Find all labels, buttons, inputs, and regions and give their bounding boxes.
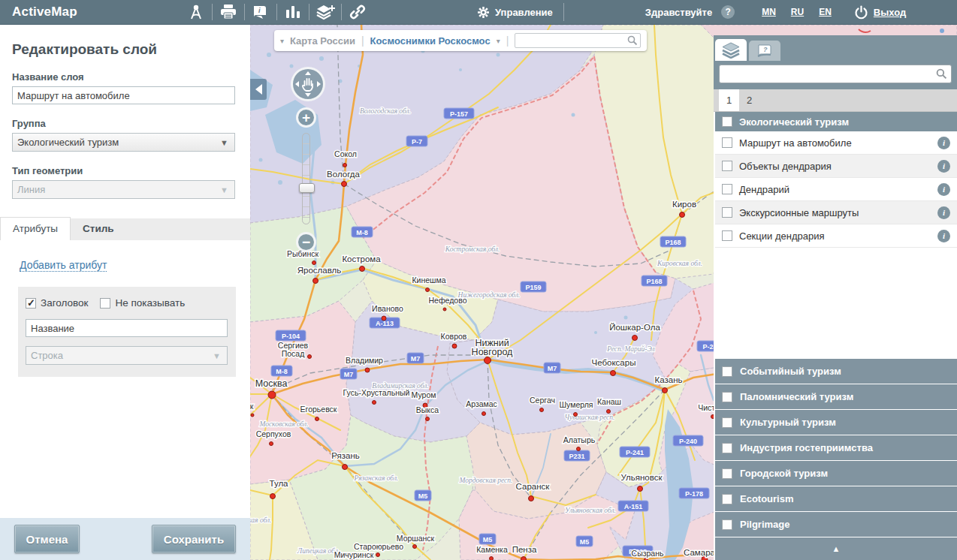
road-badge: М-8 — [271, 366, 292, 376]
layer-group-collapsed[interactable]: Городской туризм — [715, 461, 957, 486]
road-badge: Р-157 — [444, 108, 474, 119]
attribute-name-input[interactable] — [26, 319, 228, 337]
panel-tab[interactable]: Стиль — [71, 218, 126, 240]
layer-name: Маршрут на автомобиле — [739, 137, 852, 149]
layer-group-collapsed[interactable]: Индустрия гостеприимства — [715, 435, 957, 460]
tab-legend[interactable]: ? — [749, 41, 780, 61]
layers-search-input[interactable] — [719, 65, 952, 83]
city-dot — [574, 413, 578, 417]
map-region-label: Чувашская респ. — [565, 414, 615, 421]
group-label: Группа — [12, 118, 250, 129]
cancel-button[interactable]: Отмена — [14, 525, 80, 553]
layer-name: Секции дендрария — [739, 230, 824, 242]
group-checkbox[interactable] — [722, 366, 732, 377]
print-button[interactable] — [213, 0, 244, 24]
active-layer-dropdown-arrow[interactable]: ▾ — [497, 37, 500, 45]
layer-info-icon[interactable]: i — [937, 230, 950, 242]
layer-group-expanded[interactable]: Экологический туризм — [715, 112, 957, 131]
chart-button[interactable] — [277, 0, 309, 24]
layer-info-icon[interactable]: i — [937, 206, 950, 219]
group-checkbox[interactable] — [722, 494, 732, 504]
layer-group-collapsed[interactable]: Ecotourism — [715, 486, 957, 511]
logout-button[interactable]: Выход — [854, 5, 906, 20]
city-dot — [342, 182, 347, 187]
layer-item[interactable]: Секции дендрария i — [715, 224, 957, 248]
group-checkbox[interactable] — [722, 519, 732, 530]
tab-layers[interactable] — [715, 39, 747, 61]
add-attribute-link[interactable]: Добавить атрибут — [20, 259, 107, 272]
layer-name: Объекты дендрария — [739, 161, 832, 172]
group-checkbox[interactable] — [722, 468, 732, 479]
map-search-input[interactable] — [515, 33, 641, 48]
panel-tab[interactable]: Атрибуты — [0, 217, 71, 240]
layer-group-collapsed[interactable]: Событийный туризм — [715, 359, 957, 384]
zoom-slider-handle[interactable] — [299, 183, 315, 193]
base-layer-name[interactable]: Карта России — [290, 35, 355, 47]
layer-item[interactable]: Дендрарий i — [715, 178, 957, 201]
management-label: Управление — [495, 7, 553, 18]
group-checkbox[interactable] — [722, 443, 732, 453]
panel-scroll-up[interactable]: ▲ — [715, 537, 957, 560]
panel-collapse-button[interactable] — [250, 79, 267, 100]
layer-info-icon[interactable]: i — [937, 183, 950, 196]
greeting-text: Здравствуйте — [645, 7, 712, 18]
city-label: Пенза — [512, 545, 537, 554]
layer-item[interactable]: Маршрут на автомобиле i — [715, 131, 957, 155]
hide-checkbox-label[interactable]: Не показывать — [115, 297, 185, 309]
measure-tool-button[interactable] — [180, 0, 212, 24]
add-layer-button[interactable] — [309, 0, 341, 24]
group-checkbox[interactable] — [722, 392, 732, 402]
city-dot — [268, 391, 276, 399]
hide-checkbox[interactable] — [100, 298, 110, 309]
zoom-out-button[interactable]: − — [296, 232, 316, 252]
language-switcher: MN RU EN — [762, 7, 832, 17]
city-label: Нефедово — [429, 296, 467, 305]
zoom-in-button[interactable]: + — [296, 107, 316, 128]
power-icon — [854, 5, 868, 20]
layer-checkbox[interactable] — [722, 184, 732, 194]
page-tab[interactable]: 1 — [719, 89, 739, 111]
help-badge[interactable]: ? — [721, 5, 735, 19]
layer-checkbox[interactable] — [722, 137, 732, 148]
zoom-slider[interactable] — [302, 133, 310, 224]
language-link[interactable]: MN — [762, 7, 776, 17]
city-label: Кострома — [342, 254, 381, 263]
city-label: минск — [250, 402, 254, 411]
layer-group-collapsed[interactable]: Pilgrimage — [715, 512, 957, 537]
layer-info-icon[interactable]: i — [937, 160, 950, 173]
svg-text:Р168: Р168 — [646, 278, 662, 285]
layer-checkbox[interactable] — [722, 230, 732, 241]
legend-button[interactable]: i — [245, 0, 276, 24]
language-link[interactable]: EN — [819, 7, 832, 17]
geometry-type-value: Линия — [17, 184, 45, 195]
layer-name-input[interactable] — [12, 86, 235, 104]
page-tab[interactable]: 2 — [739, 89, 759, 111]
layer-group-collapsed[interactable]: Культурный туризм — [715, 410, 957, 435]
attribute-style-tabs: Атрибуты Стиль — [0, 218, 250, 241]
group-label: Индустрия гостеприимства — [740, 442, 873, 453]
language-link[interactable]: RU — [791, 7, 804, 17]
pan-control[interactable] — [291, 67, 325, 101]
layer-item[interactable]: Экскурсионные маршруты i — [715, 201, 957, 224]
base-layer-dropdown-arrow[interactable]: ▾ — [280, 37, 284, 45]
map-search — [515, 33, 641, 48]
group-select[interactable]: Экологический туризм ▼ — [12, 133, 235, 152]
road-badge: Р-104 — [276, 330, 306, 341]
layer-checkbox[interactable] — [722, 207, 732, 218]
group-checkbox[interactable] — [722, 116, 732, 127]
map-region-label: Вологодская обл. — [360, 107, 411, 115]
city-label: Алатырь — [563, 435, 596, 444]
header-checkbox[interactable] — [26, 298, 36, 309]
save-button[interactable]: Сохранить — [152, 525, 236, 553]
management-button[interactable]: Управление — [477, 6, 553, 19]
layer-item[interactable]: Объекты дендрария i — [715, 155, 957, 178]
city-dot — [315, 417, 319, 421]
header-checkbox-label[interactable]: Заголовок — [41, 297, 88, 309]
layer-info-icon[interactable]: i — [937, 137, 950, 149]
road-badge: М5 — [479, 534, 496, 544]
layer-checkbox[interactable] — [722, 161, 732, 171]
layer-group-collapsed[interactable]: Паломнический туризм — [715, 384, 957, 409]
share-link-button[interactable] — [342, 0, 373, 24]
group-checkbox[interactable] — [722, 417, 732, 428]
active-layer-name[interactable]: Космоснимки Роскосмос — [370, 35, 491, 47]
